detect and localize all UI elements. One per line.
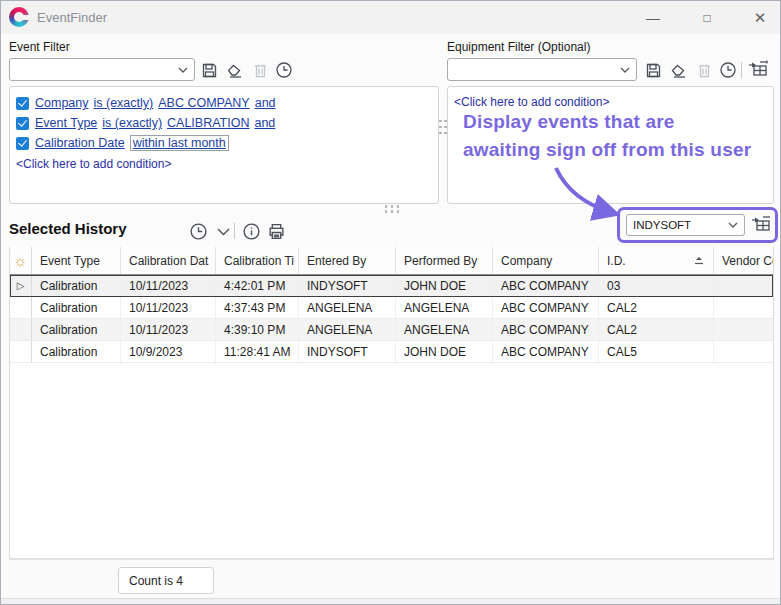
cell-vendor[interactable] — [714, 297, 773, 318]
cell-entered-by[interactable]: INDYSOFT — [299, 341, 396, 362]
save-icon — [645, 62, 662, 79]
delete-filter-button[interactable] — [249, 59, 271, 81]
condition-operator-link[interactable]: is (exactly) — [94, 96, 154, 110]
delete-equipment-filter-button[interactable] — [693, 59, 715, 81]
grid-header-row: ☼ Event Type Calibration Dat Calibration… — [10, 247, 773, 275]
print-button[interactable] — [265, 220, 287, 242]
column-header-entered-by[interactable]: Entered By — [299, 247, 396, 274]
add-condition-link[interactable]: <Click here to add condition> — [16, 155, 432, 173]
cell-id[interactable]: 03 — [599, 275, 714, 296]
table-row[interactable]: Calibration 10/11/2023 4:37:43 PM ANGELE… — [10, 297, 773, 319]
selected-history-title: Selected History — [9, 220, 127, 237]
history-dropdown-button[interactable] — [212, 221, 234, 243]
cell-company[interactable]: ABC COMPANY — [493, 297, 599, 318]
sun-icon: ☼ — [14, 253, 28, 268]
clear-filter-button[interactable] — [224, 59, 246, 81]
cell-performed-by[interactable]: JOHN DOE — [396, 341, 493, 362]
condition-conjunction-link[interactable]: and — [255, 96, 276, 110]
condition-field-link[interactable]: Event Type — [35, 116, 97, 130]
cell-company[interactable]: ABC COMPANY — [493, 341, 599, 362]
cell-performed-by[interactable]: JOHN DOE — [396, 275, 493, 296]
cell-event-type[interactable]: Calibration — [32, 341, 121, 362]
close-button[interactable]: ✕ — [745, 8, 775, 28]
cell-company[interactable]: ABC COMPANY — [493, 275, 599, 296]
cell-id[interactable]: CAL2 — [599, 297, 714, 318]
condition-conjunction-link[interactable]: and — [254, 116, 275, 130]
annotation-line1: Display events that are — [463, 111, 675, 133]
info-icon — [242, 222, 261, 241]
table-row[interactable]: ▷ Calibration 10/11/2023 4:42:01 PM INDY… — [10, 275, 773, 297]
column-header-performed-by[interactable]: Performed By — [396, 247, 493, 274]
trash-icon — [697, 62, 712, 79]
cell-calibration-time[interactable]: 4:39:10 PM — [216, 319, 299, 340]
printer-icon — [267, 222, 286, 241]
count-summary: Count is 4 — [118, 567, 214, 594]
cell-entered-by[interactable]: INDYSOFT — [299, 275, 396, 296]
app-logo-icon — [9, 7, 29, 27]
column-header-id[interactable]: I.D. — [599, 247, 714, 274]
column-header-calibration-date[interactable]: Calibration Dat — [121, 247, 216, 274]
condition-field-link[interactable]: Company — [35, 96, 89, 110]
eraser-icon — [670, 62, 688, 79]
equipment-filter-history-button[interactable] — [717, 59, 739, 81]
column-header-id-label: I.D. — [607, 254, 626, 268]
condition-operator-link-focused[interactable]: within last month — [130, 135, 229, 151]
equipment-filter-combo[interactable] — [447, 58, 637, 81]
cell-vendor[interactable] — [714, 319, 773, 340]
maximize-button[interactable]: □ — [692, 8, 722, 28]
cell-entered-by[interactable]: ANGELENA — [299, 319, 396, 340]
info-button[interactable] — [240, 220, 262, 242]
cell-event-type[interactable]: Calibration — [32, 275, 121, 296]
table-row[interactable]: Calibration 10/11/2023 4:39:10 PM ANGELE… — [10, 319, 773, 341]
event-filter-conditions-panel[interactable]: Company is (exactly) ABC COMPANY and Eve… — [9, 86, 439, 204]
condition-field-link[interactable]: Calibration Date — [35, 136, 125, 150]
grid-customize-cell[interactable]: ☼ — [10, 247, 32, 274]
save-equipment-filter-button[interactable] — [642, 59, 664, 81]
column-header-company[interactable]: Company — [493, 247, 599, 274]
toolbar-separator — [234, 223, 235, 239]
cell-id[interactable]: CAL5 — [599, 341, 714, 362]
cell-calibration-date[interactable]: 10/11/2023 — [121, 319, 216, 340]
column-header-calibration-time[interactable]: Calibration Ti — [216, 247, 299, 274]
cell-entered-by[interactable]: ANGELENA — [299, 297, 396, 318]
condition-value-link[interactable]: CALIBRATION — [167, 116, 249, 130]
cell-event-type[interactable]: Calibration — [32, 319, 121, 340]
condition-checkbox[interactable] — [16, 97, 29, 110]
grid-footer: Count is 4 — [9, 559, 774, 598]
cell-calibration-date[interactable]: 10/9/2023 — [121, 341, 216, 362]
clear-equipment-filter-button[interactable] — [668, 59, 690, 81]
cell-id[interactable]: CAL2 — [599, 319, 714, 340]
event-filter-combo[interactable] — [9, 58, 195, 81]
resize-grip[interactable] — [383, 204, 399, 213]
add-condition-link[interactable]: <Click here to add condition> — [454, 93, 767, 111]
row-indicator-cell: ▷ — [10, 275, 32, 296]
cell-vendor[interactable] — [714, 275, 773, 296]
cell-calibration-time[interactable]: 11:28:41 AM — [216, 341, 299, 362]
column-header-vendor[interactable]: Vendor Co — [714, 247, 773, 274]
cell-calibration-date[interactable]: 10/11/2023 — [121, 275, 216, 296]
apply-to-grid-button[interactable] — [747, 58, 769, 80]
condition-operator-link[interactable]: is (exactly) — [102, 116, 162, 130]
cell-performed-by[interactable]: ANGELENA — [396, 297, 493, 318]
condition-checkbox[interactable] — [16, 117, 29, 130]
minimize-button[interactable]: — — [638, 8, 668, 28]
column-header-event-type[interactable]: Event Type — [32, 247, 121, 274]
cell-calibration-time[interactable]: 4:42:01 PM — [216, 275, 299, 296]
cell-vendor[interactable] — [714, 341, 773, 362]
history-clock-button[interactable] — [187, 220, 209, 242]
save-filter-button[interactable] — [198, 59, 220, 81]
cell-performed-by[interactable]: ANGELENA — [396, 319, 493, 340]
cell-calibration-date[interactable]: 10/11/2023 — [121, 297, 216, 318]
cell-company[interactable]: ABC COMPANY — [493, 319, 599, 340]
cell-event-type[interactable]: Calibration — [32, 297, 121, 318]
table-row[interactable]: Calibration 10/9/2023 11:28:41 AM INDYSO… — [10, 341, 773, 363]
condition-value-link[interactable]: ABC COMPANY — [158, 96, 249, 110]
sort-ascending-icon — [693, 256, 705, 266]
cell-calibration-time[interactable]: 4:37:43 PM — [216, 297, 299, 318]
user-apply-to-grid-button[interactable] — [750, 213, 772, 235]
chevron-down-icon — [172, 67, 194, 73]
filter-history-button[interactable] — [273, 59, 295, 81]
condition-checkbox[interactable] — [16, 137, 29, 150]
signoff-user-dropdown[interactable]: INDYSOFT — [626, 214, 745, 236]
history-grid[interactable]: ☼ Event Type Calibration Dat Calibration… — [9, 247, 774, 559]
